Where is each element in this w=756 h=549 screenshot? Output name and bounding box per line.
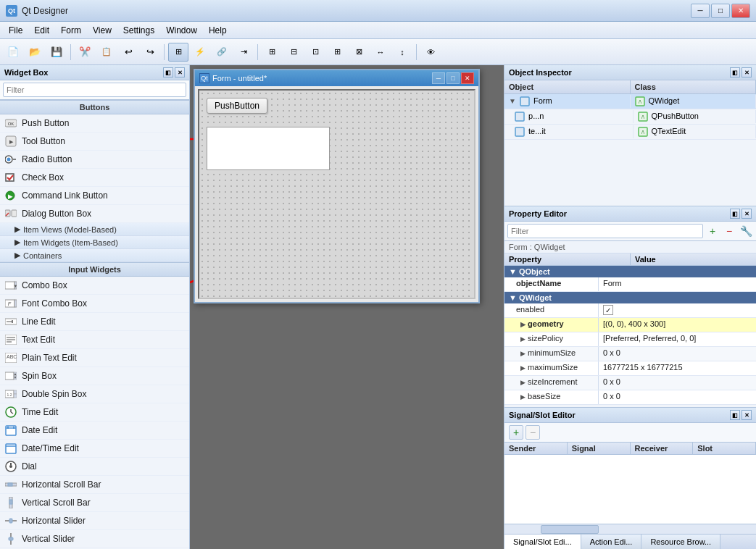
signal-slot-float[interactable]: ◧ [730,410,740,420]
tab-action-editor[interactable]: Action Edi... [581,535,642,549]
widget-time-edit[interactable]: Time Edit [0,403,189,422]
widget-combo-box[interactable]: ▼ Combo Box [0,277,189,295]
toolbar-undo[interactable]: ↩ [118,43,138,62]
widget-vertical-slider[interactable]: Vertical Slider [0,530,189,548]
prop-sizepolicy-value[interactable]: [Preferred, Preferred, 0, 0] [599,332,756,346]
prop-row-sizepolicy[interactable]: ▶ sizePolicy [Preferred, Preferred, 0, 0… [504,332,756,347]
center-canvas[interactable]: Qt Form - untitled* ─ □ ✕ PushButton [190,65,504,549]
toolbar-widget-edit[interactable]: ⊞ [168,43,188,62]
maximize-button[interactable]: □ [711,4,730,18]
menu-window[interactable]: Window [160,24,203,37]
prop-enabled-value[interactable]: ✓ [599,303,756,317]
toolbar-vbox[interactable]: ⊡ [305,43,325,62]
widget-font-combo-box[interactable]: F Font Combo Box [0,295,189,313]
tab-signal-slot-editor[interactable]: Signal/Slot Edi... [504,535,581,549]
prop-row-basesize[interactable]: ▶ baseSize 0 x 0 [504,390,756,405]
signal-slot-scrollbar-h[interactable] [504,524,756,534]
menu-help[interactable]: Help [203,24,233,37]
widget-horizontal-slider[interactable]: Horizontal Slider [0,512,189,530]
prop-objectname-value[interactable]: Form [599,277,756,291]
property-filter-input[interactable] [507,224,703,238]
enabled-checkbox[interactable]: ✓ [603,305,613,315]
text-edit-widget[interactable] [207,127,330,170]
subsection-item-widgets[interactable]: ▶ Item Widgets (Item-Based) [0,236,189,249]
form-minimize-button[interactable]: ─ [432,72,445,84]
widget-box-close[interactable]: ✕ [175,67,185,77]
subsection-containers[interactable]: ▶ Containers [0,249,189,262]
widget-datetime-edit[interactable]: Date/Time Edit [0,440,189,458]
prop-minimumsize-value[interactable]: 0 x 0 [599,347,756,361]
widget-command-link-button[interactable]: ▶ Command Link Button [0,187,189,205]
widget-box-filter-input[interactable] [3,83,186,97]
widget-tool-button[interactable]: ▶ Tool Button [0,133,189,151]
widget-vertical-scroll-bar[interactable]: Vertical Scroll Bar [0,494,189,512]
toolbar-break[interactable]: ⊠ [349,43,369,62]
object-inspector-float[interactable]: ◧ [730,67,740,77]
toolbar-vspacer[interactable]: ↕ [392,43,412,62]
property-editor-float[interactable]: ◧ [730,209,740,219]
inspector-row-form[interactable]: ▼ Form /\ QWidget [504,94,756,109]
signal-slot-close[interactable]: ✕ [742,410,752,420]
widget-box-float[interactable]: ◧ [163,67,173,77]
property-tool-button[interactable]: 🔧 [739,224,753,238]
menu-view[interactable]: View [87,24,117,37]
toolbar-open[interactable]: 📂 [25,43,45,62]
prop-sizeincrement-value[interactable]: 0 x 0 [599,376,756,390]
inspector-row-textedit[interactable]: te...it /\ QTextEdit [504,125,756,140]
prop-row-enabled[interactable]: enabled ✓ [504,303,756,318]
widget-check-box[interactable]: Check Box [0,169,189,187]
form-close-button[interactable]: ✕ [461,72,474,84]
prop-row-geometry[interactable]: ▶ geometry [(0, 0), 400 x 300] [504,318,756,332]
prop-geometry-value[interactable]: [(0, 0), 400 x 300] [599,318,756,332]
prop-maximumsize-value[interactable]: 16777215 x 16777215 [599,361,756,375]
widget-date-edit[interactable]: Date Edit [0,422,189,440]
form-body[interactable]: PushButton [198,89,475,299]
prop-row-objectname[interactable]: objectName Form [504,277,756,292]
push-button-widget[interactable]: PushButton [207,98,267,114]
prop-basesize-value[interactable]: 0 x 0 [599,390,756,404]
minimize-button[interactable]: ─ [691,4,710,18]
widget-text-edit[interactable]: Text Edit [0,331,189,349]
toolbar-redo[interactable]: ↪ [140,43,160,62]
prop-row-sizeincrement[interactable]: ▶ sizeIncrement 0 x 0 [504,376,756,390]
widget-plain-text-edit[interactable]: ABC Plain Text Edit [0,349,189,367]
toolbar-form[interactable]: ⊞ [327,43,347,62]
prop-row-minimumsize[interactable]: ▶ minimumSize 0 x 0 [504,347,756,361]
toolbar-preview[interactable]: 👁 [420,43,441,62]
property-add-button[interactable]: + [705,224,720,238]
prop-row-maximumsize[interactable]: ▶ maximumSize 16777215 x 16777215 [504,361,756,376]
menu-edit[interactable]: Edit [28,24,55,37]
toolbar-hbox[interactable]: ⊟ [283,43,304,62]
menu-file[interactable]: File [3,24,28,37]
subsection-item-views[interactable]: ▶ Item Views (Model-Based) [0,223,189,236]
object-inspector-close[interactable]: ✕ [742,67,752,77]
widget-horizontal-scroll-bar[interactable]: Horizontal Scroll Bar [0,476,189,494]
toolbar-cut[interactable]: ✂️ [75,43,95,62]
property-editor-close[interactable]: ✕ [742,209,752,219]
signal-slot-scrollbar-thumb[interactable] [541,525,599,534]
toolbar-hspacer[interactable]: ↔ [370,43,391,62]
toolbar-buddy-edit[interactable]: 🔗 [212,43,232,62]
close-button[interactable]: ✕ [731,4,750,18]
toolbar-grid[interactable]: ⊞ [262,43,282,62]
widget-radio-button[interactable]: Radio Button [0,151,189,169]
tab-resource-browser[interactable]: Resource Brow... [641,535,720,549]
property-remove-button[interactable]: − [722,224,736,238]
form-maximize-button[interactable]: □ [446,72,460,84]
toolbar-signal-edit[interactable]: ⚡ [190,43,210,62]
widget-double-spin-box[interactable]: 1.2 Double Spin Box [0,385,189,403]
toolbar-copy[interactable]: 📋 [96,43,117,62]
menu-settings[interactable]: Settings [117,24,160,37]
widget-push-button[interactable]: OK Push Button [0,114,189,133]
signal-slot-add-button[interactable]: + [509,425,523,440]
signal-slot-remove-button[interactable]: − [526,425,540,440]
widget-spin-box[interactable]: ▲ ▼ Spin Box [0,367,189,385]
widget-dialog-button-box[interactable]: Dialog Button Box [0,205,189,223]
widget-line-edit[interactable]: Line Edit [0,313,189,331]
inspector-row-pushbutton[interactable]: p...n /\ QPushButton [504,109,756,125]
widget-dial[interactable]: Dial [0,458,189,476]
toolbar-save[interactable]: 💾 [46,43,67,62]
menu-form[interactable]: Form [55,24,87,37]
toolbar-tab-edit[interactable]: ⇥ [233,43,254,62]
toolbar-new[interactable]: 📄 [3,43,23,62]
